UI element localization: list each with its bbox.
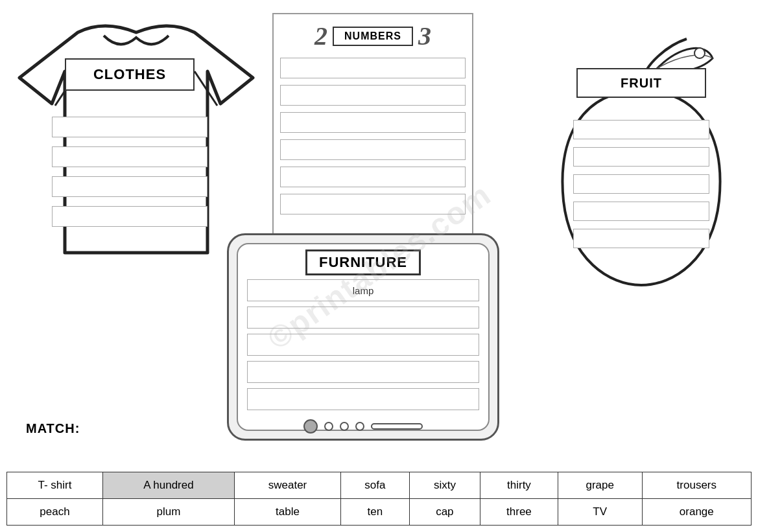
match-table: T- shirt A hundred sweater sofa sixty th… — [6, 472, 752, 526]
numbers-deco-right: 3 — [418, 21, 431, 51]
numbers-line-5 — [280, 167, 466, 187]
furniture-line-2 — [247, 306, 479, 329]
table-cell: sixty — [409, 472, 480, 499]
table-row: peach plum table ten cap three TV orange — [7, 499, 752, 526]
fruit-section: FRUIT — [538, 6, 745, 292]
furniture-control-small-2 — [340, 422, 349, 431]
fruit-lines — [573, 120, 709, 256]
furniture-control-main — [303, 419, 318, 434]
tshirt-line-1 — [52, 117, 207, 137]
table-row: T- shirt A hundred sweater sofa sixty th… — [7, 472, 752, 499]
table-cell: trousers — [642, 472, 751, 499]
table-cell: sweater — [234, 472, 340, 499]
table-cell: three — [480, 499, 558, 526]
table-cell: orange — [642, 499, 751, 526]
numbers-deco-left: 2 — [314, 21, 327, 51]
svg-point-2 — [694, 48, 705, 58]
numbers-line-3 — [280, 112, 466, 133]
furniture-line-1: lamp — [247, 279, 479, 301]
table-cell: ten — [341, 499, 409, 526]
tshirt-line-3 — [52, 176, 207, 197]
numbers-lines — [280, 58, 466, 214]
table-cell: grape — [558, 472, 642, 499]
furniture-controls — [247, 419, 479, 434]
furniture-title: FURNITURE — [305, 249, 421, 275]
numbers-title: NUMBERS — [333, 27, 413, 46]
numbers-line-4 — [280, 139, 466, 160]
page: ©printables.com CLOTHES 2 N — [0, 0, 758, 532]
fruit-line-5 — [573, 229, 709, 248]
furniture-line-5 — [247, 388, 479, 410]
tshirt-title: CLOTHES — [65, 58, 195, 91]
table-cell: A hundred — [103, 472, 235, 499]
furniture-section: FURNITURE lamp — [227, 233, 499, 441]
tshirt-line-2 — [52, 146, 207, 167]
numbers-section: 2 NUMBERS 3 — [272, 13, 473, 253]
furniture-control-bar — [371, 423, 423, 430]
fruit-line-3 — [573, 174, 709, 194]
table-cell: peach — [7, 499, 103, 526]
fruit-line-2 — [573, 147, 709, 167]
furniture-control-small-1 — [324, 422, 333, 431]
fruit-title: FRUIT — [576, 68, 706, 98]
numbers-line-1 — [280, 58, 466, 78]
numbers-header: 2 NUMBERS 3 — [280, 21, 466, 51]
table-cell: sofa — [341, 472, 409, 499]
tshirt-lines — [52, 117, 207, 236]
table-cell: cap — [409, 499, 480, 526]
furniture-line-4 — [247, 361, 479, 383]
fruit-line-4 — [573, 202, 709, 221]
match-table-container: T- shirt A hundred sweater sofa sixty th… — [6, 472, 752, 526]
furniture-inner: FURNITURE lamp — [237, 243, 490, 431]
table-cell: thirty — [480, 472, 558, 499]
furniture-line-3 — [247, 334, 479, 356]
numbers-line-6 — [280, 194, 466, 214]
fruit-line-1 — [573, 120, 709, 139]
furniture-lines: lamp — [247, 279, 479, 415]
furniture-control-small-3 — [355, 422, 364, 431]
tshirt-line-4 — [52, 206, 207, 227]
table-cell: plum — [103, 499, 235, 526]
tshirt-section: CLOTHES — [13, 13, 259, 266]
numbers-line-2 — [280, 85, 466, 106]
table-cell: table — [234, 499, 340, 526]
match-label: MATCH: — [26, 421, 80, 436]
table-cell: T- shirt — [7, 472, 103, 499]
table-cell: TV — [558, 499, 642, 526]
